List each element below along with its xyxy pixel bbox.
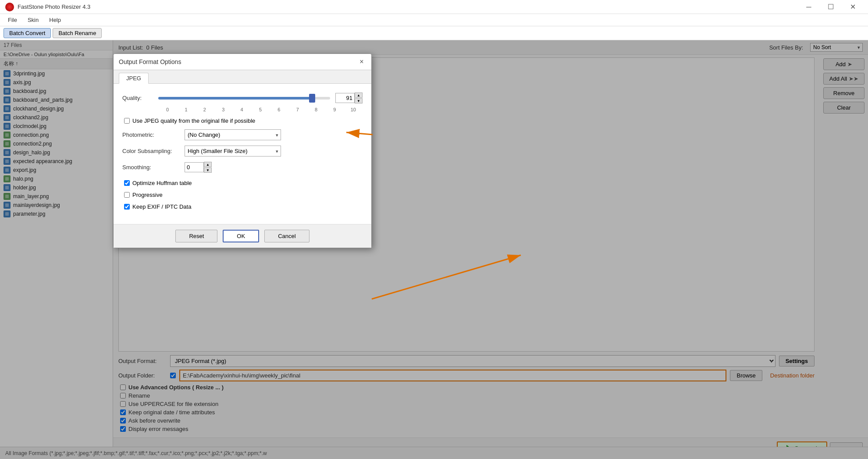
toolbar: Batch Convert Batch Rename — [0, 26, 868, 40]
use-jpeg-quality-checkbox-label[interactable]: Use JPEG quality from the original file … — [124, 117, 255, 124]
scale-7: 7 — [288, 107, 307, 112]
smoothing-input[interactable] — [185, 162, 204, 172]
ok-button[interactable]: OK — [223, 230, 259, 242]
use-jpeg-quality-checkbox[interactable] — [124, 118, 130, 124]
smoothing-spin-down[interactable]: ▼ — [204, 167, 212, 173]
quality-num-wrapper: ▲ ▼ — [335, 93, 363, 103]
dialog-footer: Reset OK Cancel — [114, 224, 371, 248]
photometric-label: Photometric: — [122, 132, 179, 138]
output-format-dialog: Output Format Options × JPEG Quality: ▲ — [113, 53, 372, 248]
scale-1: 1 — [177, 107, 195, 112]
batch-convert-button[interactable]: Batch Convert — [4, 28, 51, 38]
progressive-text: Progressive — [132, 192, 163, 198]
menu-help[interactable]: Help — [45, 16, 65, 24]
smoothing-spinner: ▲ ▼ — [204, 162, 212, 173]
quality-spin-down[interactable]: ▼ — [355, 98, 363, 103]
scale-labels: 0 1 2 3 4 5 6 7 8 9 10 — [122, 107, 363, 112]
dialog-title-bar: Output Format Options × — [114, 54, 371, 70]
scale-10: 10 — [344, 107, 363, 112]
optimize-huffman-row: Optimize Huffman table — [122, 180, 363, 186]
photometric-row: Photometric: (No Change) YCbCr RGB — [122, 129, 363, 140]
quality-spinner: ▲ ▼ — [355, 93, 363, 103]
main-container: 17 Files E:\OneDrive - Oulun yliopisto\O… — [0, 40, 868, 459]
smoothing-row: Smoothing: ▲ ▼ — [122, 162, 363, 173]
quality-input[interactable] — [335, 93, 355, 103]
smoothing-num-wrapper: ▲ ▼ — [185, 162, 212, 173]
reset-button[interactable]: Reset — [175, 230, 217, 242]
use-jpeg-quality-label: Use JPEG quality from the original file … — [132, 117, 255, 124]
menu-bar: File Skin Help — [0, 14, 868, 26]
progressive-label[interactable]: Progressive — [124, 192, 163, 198]
dialog-tab-bar: JPEG — [114, 70, 371, 84]
cancel-button[interactable]: Cancel — [264, 230, 309, 242]
color-subsampling-select-wrapper: High (Smaller File Size) Medium Low — [185, 146, 281, 157]
quality-label: Quality: — [122, 95, 153, 101]
dialog-overlay: Output Format Options × JPEG Quality: ▲ — [0, 40, 868, 459]
optimize-huffman-label[interactable]: Optimize Huffman table — [124, 180, 192, 186]
maximize-button[interactable]: ☐ — [821, 0, 841, 14]
dialog-title: Output Format Options — [119, 58, 181, 65]
batch-rename-button[interactable]: Batch Rename — [53, 28, 102, 38]
progressive-row: Progressive — [122, 192, 363, 198]
close-window-button[interactable]: ✕ — [843, 0, 863, 14]
smoothing-label: Smoothing: — [122, 164, 179, 171]
progressive-checkbox[interactable] — [124, 192, 130, 198]
color-subsampling-select[interactable]: High (Smaller File Size) Medium Low — [185, 146, 281, 157]
scale-4: 4 — [232, 107, 251, 112]
title-bar: FastStone Photo Resizer 4.3 ─ ☐ ✕ — [0, 0, 868, 14]
scale-8: 8 — [307, 107, 325, 112]
photometric-select[interactable]: (No Change) YCbCr RGB — [185, 129, 281, 140]
scale-3: 3 — [214, 107, 232, 112]
scale-9: 9 — [325, 107, 344, 112]
optimize-huffman-text: Optimize Huffman table — [132, 180, 192, 186]
app-title: FastStone Photo Resizer 4.3 — [18, 4, 799, 10]
quality-spin-up[interactable]: ▲ — [355, 93, 363, 98]
dialog-body: Quality: ▲ ▼ 0 1 2 3 4 — [114, 84, 371, 224]
scale-2: 2 — [196, 107, 214, 112]
scale-0: 0 — [158, 107, 177, 112]
photometric-select-wrapper: (No Change) YCbCr RGB — [185, 129, 281, 140]
dialog-close-button[interactable]: × — [357, 57, 366, 66]
quality-row: Quality: ▲ ▼ — [122, 93, 363, 103]
app-logo — [5, 3, 14, 11]
keep-exif-label[interactable]: Keep EXIF / IPTC Data — [124, 203, 191, 210]
keep-exif-text: Keep EXIF / IPTC Data — [132, 203, 191, 210]
smoothing-spin-up[interactable]: ▲ — [204, 162, 212, 167]
menu-skin[interactable]: Skin — [23, 16, 43, 24]
minimize-button[interactable]: ─ — [799, 0, 819, 14]
scale-6: 6 — [270, 107, 288, 112]
use-jpeg-quality-row: Use JPEG quality from the original file … — [122, 117, 363, 124]
keep-exif-checkbox[interactable] — [124, 204, 130, 210]
quality-slider[interactable] — [158, 97, 330, 100]
title-bar-controls: ─ ☐ ✕ — [799, 0, 863, 14]
color-subsampling-label: Color Subsampling: — [122, 148, 179, 154]
scale-5: 5 — [251, 107, 270, 112]
optimize-huffman-checkbox[interactable] — [124, 180, 130, 186]
menu-file[interactable]: File — [4, 16, 21, 24]
tab-jpeg[interactable]: JPEG — [119, 73, 149, 84]
color-subsampling-row: Color Subsampling: High (Smaller File Si… — [122, 146, 363, 157]
keep-exif-row: Keep EXIF / IPTC Data — [122, 203, 363, 210]
